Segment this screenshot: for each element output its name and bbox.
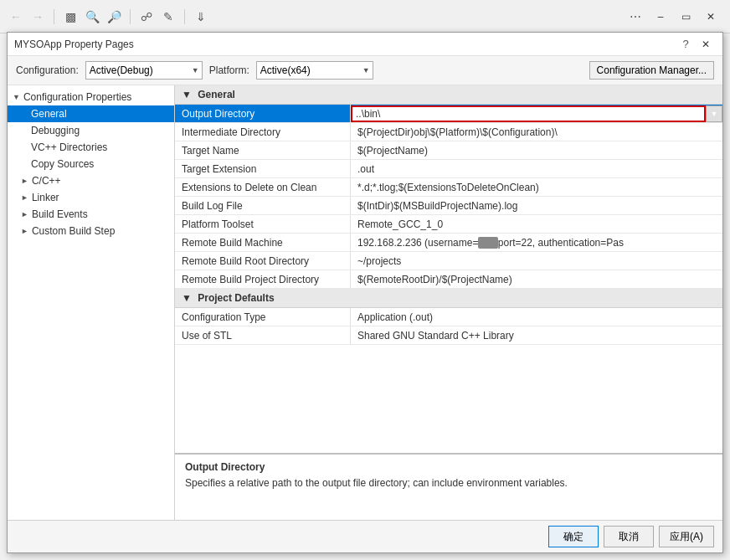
output-directory-dropdown[interactable]: ▼ [706, 105, 722, 122]
close-button[interactable]: ✕ [698, 4, 723, 29]
dialog-titlebar: MYSOApp Property Pages ? ✕ [8, 33, 722, 56]
apply-button[interactable]: 应用(A) [659, 526, 714, 547]
prop-row-build-log[interactable]: Build Log File $(IntDir)$(MSBuildProject… [175, 197, 722, 215]
sidebar-item-cpp[interactable]: ► C/C++ [8, 172, 174, 189]
configuration-select[interactable]: Active(Debug) [85, 61, 203, 80]
config-row: Configuration: Active(Debug) ▼ Platform:… [8, 56, 722, 85]
dialog-title: MYSOApp Property Pages [14, 39, 676, 50]
section-collapse-icon-defaults: ▼ [182, 292, 192, 304]
forward-icon[interactable]: → [28, 8, 47, 26]
linker-arrow: ► [21, 193, 28, 202]
section-collapse-icon: ▼ [182, 89, 192, 100]
ok-button[interactable]: 确定 [548, 526, 599, 547]
config-manager-button[interactable]: Configuration Manager... [589, 61, 714, 80]
prop-row-remote-project-dir[interactable]: Remote Build Project Directory $(RemoteR… [175, 270, 722, 289]
platform-label: Platform: [209, 64, 249, 76]
platform-select[interactable]: Active(x64) [256, 61, 373, 80]
sidebar-item-debugging[interactable]: Debugging [8, 122, 174, 139]
edit-icon[interactable]: ✎ [159, 8, 177, 26]
prop-value-target-name: $(ProjectName) [351, 141, 722, 159]
sidebar-item-custom-build-step[interactable]: ► Custom Build Step [8, 223, 174, 239]
sidebar-item-build-events[interactable]: ► Build Events [8, 206, 174, 223]
back-icon[interactable]: ← [7, 8, 25, 26]
bottom-bar: 确定 取消 应用(A) [8, 520, 722, 552]
sidebar-item-copy-sources[interactable]: Copy Sources [8, 156, 174, 172]
window-controls: – ▭ ✕ [648, 4, 723, 29]
tree-root-arrow: ▼ [13, 93, 20, 101]
dialog-close-button[interactable]: ✕ [696, 34, 716, 54]
prop-row-platform-toolset[interactable]: Platform Toolset Remote_GCC_1_0 [175, 215, 722, 234]
prop-row-extensions-delete[interactable]: Extensions to Delete on Clean *.d;*.tlog… [175, 178, 722, 197]
tree-root-config-properties[interactable]: ▼ Configuration Properties [8, 89, 174, 105]
prop-value-config-type: Application (.out) [351, 308, 722, 326]
platform-select-wrapper: Active(x64) ▼ [256, 61, 373, 80]
prop-row-target-ext[interactable]: Target Extension .out [175, 160, 722, 178]
prop-name-use-stl: Use of STL [175, 326, 351, 344]
prop-name-build-log: Build Log File [175, 197, 351, 214]
prop-row-use-stl[interactable]: Use of STL Shared GNU Standard C++ Libra… [175, 326, 722, 345]
grid-icon[interactable]: ▩ [61, 8, 80, 26]
cpp-arrow: ► [21, 177, 28, 185]
zoom-out-icon[interactable]: 🔎 [105, 8, 123, 26]
taskbar: ← → ▩ 🔍 🔎 ☍ ✎ ⇓ ⋯ – ▭ ✕ [0, 0, 730, 33]
copy-icon[interactable]: ☍ [137, 8, 156, 26]
properties-panel: ▼ General Output Directory ▼ Intermediat… [175, 85, 722, 453]
section-header-project-defaults: ▼ Project Defaults [175, 289, 722, 308]
configuration-label: Configuration: [16, 64, 79, 76]
section-label-project-defaults: Project Defaults [198, 292, 274, 304]
maximize-button[interactable]: ▭ [673, 4, 698, 29]
main-content: ▼ Configuration Properties General Debug… [8, 85, 722, 520]
sep3 [184, 9, 185, 24]
prop-row-config-type[interactable]: Configuration Type Application (.out) [175, 308, 722, 326]
taskbar-icons: ← → ▩ 🔍 🔎 ☍ ✎ ⇓ [7, 8, 210, 26]
tree-root-label: Configuration Properties [23, 91, 131, 103]
prop-row-remote-build-machine[interactable]: Remote Build Machine 192.168.2.236 (user… [175, 234, 722, 252]
sep2 [130, 9, 131, 24]
prop-row-output-directory[interactable]: Output Directory ▼ [175, 105, 722, 123]
section-label-general: General [198, 89, 235, 100]
build-events-arrow: ► [21, 210, 28, 218]
prop-value-platform-toolset: Remote_GCC_1_0 [351, 215, 722, 233]
prop-value-target-ext: .out [351, 160, 722, 177]
custom-build-step-arrow: ► [21, 227, 28, 235]
prop-row-intermediate-dir[interactable]: Intermediate Directory $(ProjectDir)obj\… [175, 123, 722, 141]
section-header-general: ▼ General [175, 85, 722, 105]
output-directory-input[interactable] [351, 105, 706, 122]
description-title: Output Directory [185, 461, 712, 473]
prop-value-build-log: $(IntDir)$(MSBuildProjectName).log [351, 197, 722, 214]
prop-value-use-stl: Shared GNU Standard C++ Library [351, 326, 722, 344]
sidebar-item-general[interactable]: General [8, 105, 174, 122]
prop-value-intermediate-dir: $(ProjectDir)obj\$(Platform)\$(Configura… [351, 123, 722, 141]
prop-name-intermediate-dir: Intermediate Directory [175, 123, 351, 141]
prop-name-output-directory: Output Directory [175, 105, 351, 122]
property-pages-dialog: MYSOApp Property Pages ? ✕ Configuration… [7, 32, 723, 553]
prop-value-remote-root-dir: ~/projects [351, 252, 722, 270]
build-events-label: Build Events [32, 208, 88, 220]
description-text: Specifies a relative path to the output … [185, 476, 712, 491]
sidebar-item-linker[interactable]: ► Linker [8, 189, 174, 206]
more-icon[interactable]: ⋯ [630, 10, 641, 23]
description-panel: Output Directory Specifies a relative pa… [175, 453, 722, 520]
prop-value-remote-project-dir: $(RemoteRootDir)/$(ProjectName) [351, 270, 722, 288]
cpp-label: C/C++ [32, 175, 61, 187]
prop-name-remote-project-dir: Remote Build Project Directory [175, 270, 351, 288]
minimize-button[interactable]: – [648, 4, 673, 29]
prop-value-remote-build-machine: 192.168.2.236 (username= port=22, authen… [351, 234, 722, 251]
blurred-username [478, 237, 497, 249]
prop-value-output-directory: ▼ [351, 105, 722, 122]
sidebar-item-vc-directories[interactable]: VC++ Directories [8, 139, 174, 156]
linker-label: Linker [32, 192, 59, 203]
prop-name-extensions-delete: Extensions to Delete on Clean [175, 178, 351, 196]
dialog-help-button[interactable]: ? [676, 34, 696, 54]
prop-name-remote-root-dir: Remote Build Root Directory [175, 252, 351, 270]
download-icon[interactable]: ⇓ [192, 8, 210, 26]
prop-name-target-ext: Target Extension [175, 160, 351, 177]
configuration-select-wrapper: Active(Debug) ▼ [85, 61, 203, 80]
zoom-in-icon[interactable]: 🔍 [83, 8, 101, 26]
prop-name-remote-build-machine: Remote Build Machine [175, 234, 351, 251]
prop-row-remote-root-dir[interactable]: Remote Build Root Directory ~/projects [175, 252, 722, 270]
prop-row-target-name[interactable]: Target Name $(ProjectName) [175, 141, 722, 160]
cancel-button[interactable]: 取消 [604, 526, 654, 547]
tree-panel: ▼ Configuration Properties General Debug… [8, 85, 175, 520]
prop-value-extensions-delete: *.d;*.tlog;$(ExtensionsToDeleteOnClean) [351, 178, 722, 196]
